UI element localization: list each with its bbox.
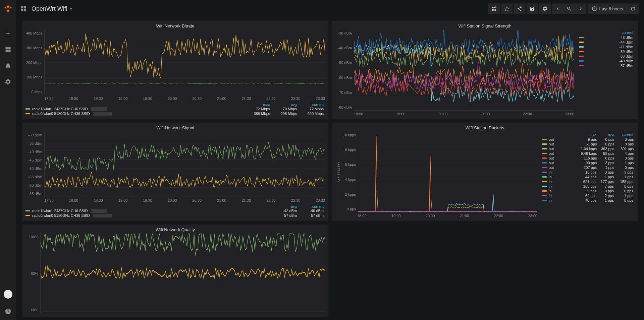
dashboard-title-text: OpenWrt Wifi bbox=[32, 5, 67, 12]
panel-wifi-bitrate[interactable]: Wifi Network Bitrate 400 Mbps300 Mbps200… bbox=[22, 21, 328, 119]
legend-header: avg bbox=[270, 204, 297, 208]
x-axis: 17:3018:0018:3019:0019:3020:0020:3021:00… bbox=[25, 197, 325, 202]
dashboards-icon[interactable] bbox=[5, 46, 11, 53]
legend-row[interactable]: -59 dBm bbox=[578, 49, 635, 54]
panel-title: Wifi Network Bitrate bbox=[25, 23, 325, 30]
grafana-logo[interactable] bbox=[3, 4, 13, 13]
legend-row[interactable]: out 1.34 kpps363 pps301 pps bbox=[541, 146, 635, 151]
help-icon[interactable] bbox=[5, 308, 11, 315]
legend-row[interactable]: in 55 pps0 pps0 pps bbox=[541, 189, 635, 193]
save-button[interactable] bbox=[527, 3, 538, 14]
legend-row[interactable]: out 207 pps1 pps0 pps bbox=[541, 165, 635, 170]
dashboard-icon[interactable] bbox=[20, 5, 27, 12]
legend-row[interactable]: radio1/wlan1 2437GHz CH6 SSID-42 dBm-40 … bbox=[25, 208, 325, 213]
sidebar bbox=[0, 0, 16, 320]
zoom-out-button[interactable] bbox=[564, 3, 575, 14]
time-range-label: Last 6 hours bbox=[599, 6, 623, 11]
legend-header: current bbox=[578, 30, 635, 35]
share-button[interactable] bbox=[514, 3, 525, 14]
legend-row[interactable]: radio0/wlan0 5180GHz CH36 SSID-57 dBm-57… bbox=[25, 213, 325, 218]
legend: avg current radio1/wlan1 2437GHz CH6 SSI… bbox=[25, 202, 325, 218]
legend-header: avg bbox=[596, 132, 614, 136]
chart-plot[interactable] bbox=[358, 132, 537, 212]
add-panel-button[interactable] bbox=[488, 3, 500, 14]
x-axis: 17:3018:0018:3019:0019:3020:0020:3021:00… bbox=[25, 95, 325, 101]
x-axis: 18:0019:0020:0021:0022:0023:00 bbox=[335, 111, 635, 116]
topbar: OpenWrt Wifi ▼ Last 6 hours bbox=[0, 0, 644, 17]
legend-row[interactable]: out 9 pps0 pps0 pps bbox=[541, 137, 635, 142]
x-axis: 18:0019:0020:0021:0022:0023:00 bbox=[335, 212, 635, 218]
y-axis-label: tx (-) / rx (+) bbox=[335, 132, 342, 212]
legend-row[interactable]: -57 dBm bbox=[578, 63, 635, 68]
panel-network-quality[interactable]: Wifi Network Quality 100%80%60% bbox=[22, 225, 328, 317]
chevron-down-icon: ▼ bbox=[69, 7, 73, 11]
panel-title: Wifi Station Signal Strength bbox=[335, 23, 635, 30]
chart-plot[interactable] bbox=[40, 234, 325, 313]
legend: max avg current radio1/wlan1 2437GHz CH6… bbox=[25, 101, 325, 116]
legend-row[interactable]: -68 dBm bbox=[578, 54, 635, 59]
y-axis: -30 dBm-40 dBm-50 dBm-60 dBm-70 dBm-80 d… bbox=[335, 30, 354, 111]
panel-title: Wifi Network Signal bbox=[25, 125, 325, 132]
legend-row[interactable]: in 62 pps2 pps1 pps bbox=[541, 193, 635, 198]
legend-row[interactable]: out 51 pps0 pps0 pps bbox=[541, 142, 635, 146]
refresh-button[interactable] bbox=[627, 3, 639, 14]
time-picker-button[interactable]: Last 6 hours bbox=[588, 3, 627, 14]
chart-plot[interactable] bbox=[354, 30, 574, 111]
avatar[interactable] bbox=[4, 290, 12, 299]
legend-row[interactable]: -40 dBm bbox=[578, 59, 635, 63]
y-axis: -30 dBm-35 dBm-40 dBm-45 dBm-50 dBm-55 d… bbox=[25, 132, 44, 197]
legend-row[interactable]: in 44 pps1 pps1 pps bbox=[541, 175, 635, 179]
legend-row[interactable]: radio1/wlan1 2437GHz CH6 SSID72 Mbps70 M… bbox=[25, 107, 325, 111]
create-icon[interactable] bbox=[5, 30, 11, 37]
time-forward-button[interactable] bbox=[575, 3, 586, 14]
panel-title: Wifi Station Packets bbox=[335, 125, 635, 132]
legend-header: current bbox=[297, 204, 324, 208]
legend-row[interactable]: out 9.46 kpps58 pps4 pps bbox=[541, 151, 635, 156]
legend-row[interactable]: in 621 pps177 pps158 pps bbox=[541, 179, 635, 184]
panel-network-signal[interactable]: Wifi Network Signal -30 dBm-35 dBm-40 dB… bbox=[22, 123, 328, 221]
legend-row[interactable]: -44 dBm bbox=[578, 40, 635, 45]
legend-header: current bbox=[297, 103, 324, 107]
legend-row[interactable]: in 13 pps3 pps3 pps bbox=[541, 170, 635, 175]
clock-icon bbox=[592, 6, 597, 11]
panel-station-packets[interactable]: Wifi Station Packets tx (-) / rx (+) 10 … bbox=[332, 123, 638, 221]
legend-row[interactable]: radio0/wlan0 5180GHz CH36 SSID388 Mbps29… bbox=[25, 111, 325, 116]
chart-plot[interactable] bbox=[44, 30, 325, 95]
y-axis: 10 kpps8 kpps6 kpps4 kpps2 kpps0 pps bbox=[342, 132, 358, 212]
legend-row[interactable]: in 40 pps1 pps0 pps bbox=[541, 198, 635, 203]
legend-header: max bbox=[577, 132, 596, 136]
time-back-button[interactable] bbox=[552, 3, 564, 14]
legend-header: max bbox=[243, 103, 270, 107]
alerting-icon[interactable] bbox=[5, 62, 11, 69]
dashboard-title[interactable]: OpenWrt Wifi ▼ bbox=[32, 5, 73, 12]
legend-row[interactable]: in 155 pps7 pps5 pps bbox=[541, 184, 635, 189]
legend-header: current bbox=[614, 132, 633, 136]
dashboard-grid: Wifi Network Bitrate 400 Mbps300 Mbps200… bbox=[16, 17, 644, 320]
legend-row[interactable]: out 90 pps3 pps1 pps bbox=[541, 161, 635, 165]
panel-title: Wifi Network Quality bbox=[25, 227, 325, 234]
legend-row[interactable]: -71 dBm bbox=[578, 45, 635, 49]
y-axis: 400 Mbps300 Mbps200 Mbps100 Mbps0 kbps bbox=[25, 30, 44, 95]
y-axis: 100%80%60% bbox=[25, 234, 40, 313]
legend-row[interactable]: out 116 pps0 pps0 pps bbox=[541, 156, 635, 161]
legend: max avg current out 9 pps0 pps0 ppsout 5… bbox=[537, 132, 635, 212]
legend: current -48 dBm-44 dBm-71 dBm-59 dBm-68 … bbox=[574, 30, 635, 111]
configuration-icon[interactable] bbox=[5, 78, 11, 85]
settings-button[interactable] bbox=[539, 3, 551, 14]
panel-station-signal-strength[interactable]: Wifi Station Signal Strength -30 dBm-40 … bbox=[332, 21, 638, 119]
legend-header: avg bbox=[270, 103, 297, 107]
legend-row[interactable]: -48 dBm bbox=[578, 35, 635, 40]
star-button[interactable] bbox=[501, 3, 513, 14]
chart-plot[interactable] bbox=[44, 132, 325, 197]
